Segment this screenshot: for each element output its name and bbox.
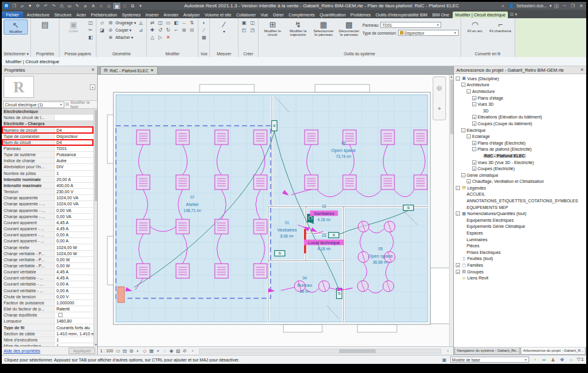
worksharing-icon[interactable]: ▧: [175, 348, 181, 354]
thin-lines-icon[interactable]: ▦: [113, 3, 120, 9]
property-row[interactable]: Tension230,00 V: [2, 189, 97, 195]
sun-icon[interactable]: ◍: [128, 348, 134, 354]
modify-tool-icon[interactable]: ↔: [180, 19, 188, 26]
ribbon-tab-pr-fabrication[interactable]: Préfabrication: [89, 12, 120, 18]
tree-item-equipements-mep[interactable]: EQUIPEMENTS MEP: [454, 204, 586, 211]
panneau-dropdown[interactable]: TD01▼: [380, 22, 441, 28]
aligned-dimension-icon[interactable]: ⌀: [82, 3, 89, 9]
element-type-dropdown[interactable]: Circuit électrique (1)▼: [3, 101, 64, 108]
tree-item-plans-de-plafond-electricit-[interactable]: −Plans de plafond (Electricité): [454, 146, 586, 153]
tool-icon[interactable]: ◧: [87, 34, 94, 41]
revit-logo-icon[interactable]: R: [3, 3, 10, 9]
maximize-button[interactable]: ❐: [570, 4, 576, 9]
temporary-hide-icon[interactable]: ◌: [161, 348, 167, 354]
property-row[interactable]: Charge réelle1024,00 W: [2, 244, 97, 250]
background-processes-icon[interactable]: ○: [568, 357, 575, 363]
property-row[interactable]: Type de systèmePuissance: [2, 152, 97, 158]
modify-tool-icon[interactable]: ⊟: [188, 27, 195, 33]
property-row[interactable]: Charge apparente - ...0,00 VA: [2, 214, 97, 220]
tree-item-l-gendes[interactable]: −▤Légendes: [454, 185, 586, 191]
tab-project-browser[interactable]: Arborescence du projet - Gabarit_R...: [521, 347, 586, 355]
search-icon[interactable]: ⌕: [499, 3, 506, 9]
steering-wheel-icon[interactable]: ◎: [437, 84, 442, 91]
property-row[interactable]: Longueur1460,80: [2, 318, 97, 324]
canvas-horizontal-scrollbar[interactable]: [199, 349, 441, 354]
sync-icon[interactable]: ⟳: [35, 3, 41, 9]
ribbon-tab-volume-et-site[interactable]: Volume et site: [202, 12, 234, 18]
tree-item-prises-electriques[interactable]: Prises Electriques: [454, 249, 586, 256]
property-row[interactable]: Section de câble1-#10 mm², 1-#10 m...: [2, 331, 97, 337]
press-drag-icon[interactable]: ✥: [559, 357, 566, 363]
property-row[interactable]: Courant apparent - ...4,45 A: [2, 226, 97, 232]
tool-icon[interactable]: ▦: [200, 34, 208, 41]
ribbon-tab-compl-ments[interactable]: Compléments: [286, 12, 317, 18]
property-row[interactable]: Courant véritable - ...0,00 A: [2, 281, 97, 287]
cart-icon[interactable]: ▾: [549, 4, 552, 9]
property-row[interactable]: Type de connexionDisjoncteur: [2, 134, 97, 140]
modify-tool-icon[interactable]: ↻: [164, 27, 172, 33]
property-row[interactable]: Intensité nominale20,00 A: [2, 177, 97, 183]
shadows-icon[interactable]: ◐: [135, 348, 141, 354]
constraints-icon[interactable]: ⊘: [181, 348, 188, 354]
property-row[interactable]: Indice de chargeAutre: [2, 158, 97, 164]
ribbon-tab-syst-mes[interactable]: Systèmes: [120, 12, 143, 18]
modify-tool-icon[interactable]: △: [149, 34, 156, 41]
active-workset-dropdown[interactable]: Modèle de base▼: [450, 357, 529, 363]
--button[interactable]: ∕▾: [212, 19, 236, 34]
visual-style-icon[interactable]: ▭: [115, 348, 121, 354]
ribbon-tab-contextual[interactable]: Modifier | Circuit électrique: [453, 12, 508, 18]
fil-en-arc-button[interactable]: ◠Fil en arc: [463, 19, 487, 33]
attacher-button[interactable]: ⊕Attacher ▾: [107, 34, 136, 41]
tool-icon[interactable]: ✂: [87, 27, 94, 33]
floor-plan-canvas[interactable]: SSSSS07Atelier148,71 m²06Open space73,74…: [98, 75, 451, 346]
modify-tool-icon[interactable]: ⌐: [172, 27, 180, 33]
tree-item-architecture[interactable]: −Architecture: [454, 88, 586, 95]
ribbon-tab-probl-mes[interactable]: Problèmes: [348, 12, 373, 18]
coller-button[interactable]: ▣Coller: [61, 19, 86, 33]
exclude-options-icon[interactable]: ♟: [550, 357, 556, 363]
tree-item-architecture[interactable]: −Architecture: [454, 82, 586, 89]
filter-icon[interactable]: ▽:1: [577, 357, 584, 362]
print-icon[interactable]: ⎙: [58, 3, 65, 9]
close-icon[interactable]: ✕: [91, 67, 95, 72]
modify-type-button[interactable]: ⊟ Modifier le type: [66, 100, 97, 109]
tree-item-vues-3d-vue-3d-electricit-[interactable]: +Vues 3D (Vue 3D - Electricité): [454, 159, 586, 166]
help-icon[interactable]: ?: [554, 4, 559, 9]
ribbon-tab-more[interactable]: ⊡ ▾: [508, 11, 519, 18]
minimize-button[interactable]: ─: [561, 4, 567, 8]
text-icon[interactable]: A: [90, 3, 96, 9]
ribbon-tab-annoter[interactable]: Annoter: [161, 12, 181, 18]
close-icon[interactable]: ✕: [580, 67, 584, 72]
property-row[interactable]: PanneauTD01: [2, 146, 97, 152]
modify-tool-icon[interactable]: ◧: [172, 19, 180, 26]
quick-access-toolbar[interactable]: R❐▱▼⟳↶↷⎙▭✎⌀A⌂◇▦□⧉▾: [2, 3, 144, 9]
tree-item-plans-d-tage-electricit-[interactable]: +Plans d'étage (Electricité): [454, 140, 586, 146]
tree-item-annotations-etiquettes-cotatio[interactable]: ANNOTATIONS_ETIQUETTES_COTATIONS_SYMBOLE…: [454, 197, 586, 204]
d-connecter-le-panneau-button[interactable]: ▩Déconnecter le panneau: [337, 19, 361, 37]
tool-icon[interactable]: ▣: [240, 19, 248, 26]
ribbon-tab-ins-rer[interactable]: Insérer: [143, 12, 161, 18]
tree-item-coupes-electricit-[interactable]: +Coupes (Electricité): [454, 165, 586, 172]
ribbon-tab-outils-d-interop-rabilit-bim[interactable]: Outils d'interopérabilité BIM: [373, 12, 430, 18]
close-hidden-icon[interactable]: □: [121, 3, 128, 9]
scroll-right-icon[interactable]: ›: [445, 348, 451, 354]
editable-only-icon[interactable]: ◔: [532, 357, 538, 363]
ribbon-tab-bim-one[interactable]: BIM One: [430, 12, 451, 18]
scroll-left-icon[interactable]: ‹: [189, 348, 195, 354]
couper-button[interactable]: ⊘Couper ▾: [107, 27, 136, 33]
tool-icon[interactable]: ∕: [200, 27, 208, 33]
close-button[interactable]: ✕: [578, 4, 584, 9]
tree-item-equipements-electriques[interactable]: Equipements Electriques: [454, 217, 586, 224]
property-row[interactable]: Charge apparente - ...1024,00 VA: [2, 201, 97, 207]
modify-tool-icon[interactable]: ↺: [157, 27, 164, 33]
modifier-le-circuit-button[interactable]: ⊞Modifier le circuit: [260, 19, 285, 37]
render-icon[interactable]: ◇: [106, 3, 112, 9]
property-row[interactable]: Nbre d'exécutions1: [2, 337, 97, 343]
section-icon[interactable]: ✎: [74, 3, 81, 9]
fil-chanfrein--button[interactable]: ⌐Fil chanfreiné: [488, 19, 513, 33]
close-view-icon[interactable]: ✕: [150, 68, 154, 73]
modify-tool-icon[interactable]: ✕: [164, 34, 172, 41]
reveal-hidden-icon[interactable]: ◉: [168, 348, 174, 354]
property-row[interactable]: Abréviation pour l'in...DIV: [2, 164, 97, 170]
drawing-area[interactable]: SSSSS07Atelier148,71 m²06Open space73,74…: [98, 75, 453, 346]
